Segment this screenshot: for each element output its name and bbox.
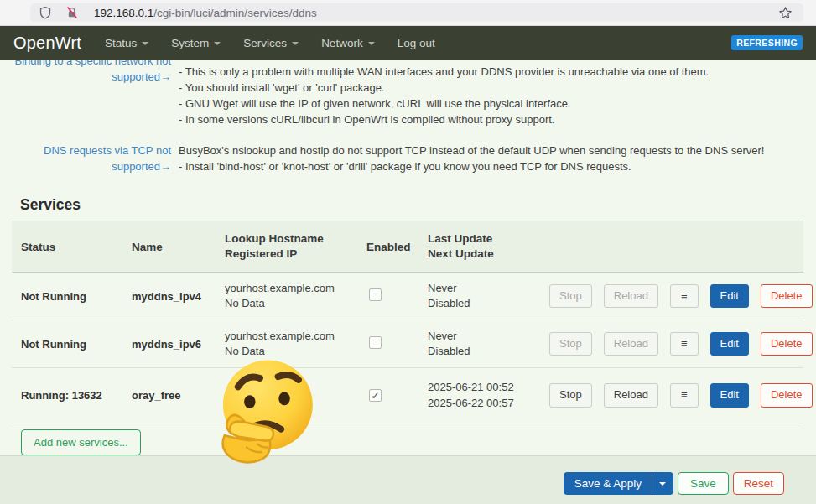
row-actions: Stop Reload ≡ Edit Delete: [549, 332, 813, 356]
more-button[interactable]: ≡: [670, 332, 699, 356]
more-button[interactable]: ≡: [670, 383, 699, 408]
bookmark-star-icon[interactable]: [778, 6, 792, 19]
delete-button[interactable]: Delete: [761, 332, 813, 356]
stop-button[interactable]: Stop: [549, 332, 592, 356]
col-updates: Last Update Next Update: [428, 231, 549, 262]
row-actions: Stop Reload ≡ Edit Delete: [549, 383, 813, 408]
reload-button[interactable]: Reload: [604, 332, 658, 356]
table-row: Not Running myddns_ipv6 yourhost.example…: [12, 320, 803, 368]
insecure-lock-icon[interactable]: [65, 6, 79, 19]
update-cell: Never Disabled: [428, 281, 549, 312]
enabled-checkbox[interactable]: [369, 288, 382, 301]
delete-button[interactable]: Delete: [761, 383, 813, 408]
delete-button[interactable]: Delete: [761, 284, 813, 309]
url-bar[interactable]: 192.168.0.1/cgi-bin/luci/admin/services/…: [30, 3, 803, 22]
hostname-cell: yourhost.example.com No Data: [225, 281, 366, 312]
name-cell: oray_free: [132, 389, 225, 402]
url-text: 192.168.0.1/cgi-bin/luci/admin/services/…: [94, 7, 778, 19]
name-cell: myddns_ipv6: [132, 338, 225, 351]
help-row-binding: Binding to a specific network not suppor…: [0, 53, 816, 127]
help-section: Binding to a specific network not suppor…: [0, 53, 816, 174]
reset-button[interactable]: Reset: [733, 472, 784, 495]
enabled-checkbox[interactable]: [369, 336, 382, 349]
chevron-down-icon: [142, 42, 148, 45]
help-row-dns-tcp: DNS requests via TCP not supported→ Busy…: [0, 143, 816, 174]
services-table: Status Name Lookup Hostname Registered I…: [12, 221, 803, 423]
refreshing-badge[interactable]: REFRESHING: [731, 35, 803, 50]
edit-button[interactable]: Edit: [710, 284, 749, 309]
status-cell: Not Running: [21, 338, 132, 351]
page-content: Binding to a specific network not suppor…: [0, 53, 816, 455]
stop-button[interactable]: Stop: [549, 284, 592, 309]
table-row: Running: 13632 oray_free 2025-06-21 00:5…: [12, 368, 803, 423]
shield-icon[interactable]: [39, 6, 52, 19]
edit-button[interactable]: Edit: [710, 383, 749, 408]
nav-item-logout[interactable]: Log out: [398, 37, 435, 49]
update-cell: 2025-06-21 00:52 2025-06-22 00:57: [428, 380, 549, 411]
add-new-services-button[interactable]: Add new services...: [21, 429, 141, 455]
footer-action-bar: Save & Apply Save Reset: [0, 455, 816, 504]
col-enabled: Enabled: [366, 241, 428, 253]
url-host: 192.168.0.1: [94, 7, 153, 19]
table-header: Status Name Lookup Hostname Registered I…: [12, 221, 803, 273]
reload-button[interactable]: Reload: [604, 284, 658, 309]
help-link-dns-tcp[interactable]: DNS requests via TCP not supported→: [0, 143, 171, 174]
save-button[interactable]: Save: [678, 472, 729, 495]
update-cell: Never Disabled: [428, 329, 549, 360]
table-row: Not Running myddns_ipv4 yourhost.example…: [12, 273, 803, 320]
save-apply-dropdown[interactable]: [652, 473, 673, 494]
chevron-down-icon: [368, 42, 375, 45]
col-status: Status: [21, 241, 132, 253]
navbar: OpenWrt Status System Services Network L…: [0, 26, 816, 60]
nav-item-network[interactable]: Network: [321, 37, 375, 49]
reload-button[interactable]: Reload: [604, 383, 658, 408]
chevron-down-icon: [659, 482, 666, 486]
page-title: Services: [20, 196, 816, 214]
browser-bar: 192.168.0.1/cgi-bin/luci/admin/services/…: [0, 0, 816, 26]
url-path: /cgi-bin/luci/admin/services/ddns: [153, 7, 316, 19]
help-text-binding: - This is only a problem with multiple W…: [179, 53, 816, 127]
status-cell: Not Running: [21, 290, 132, 303]
brand-openwrt[interactable]: OpenWrt: [13, 34, 81, 53]
chevron-down-icon: [292, 42, 299, 45]
col-lookup-registered: Lookup Hostname Registered IP: [225, 231, 366, 262]
col-name: Name: [132, 241, 225, 253]
name-cell: myddns_ipv4: [132, 290, 225, 303]
row-actions: Stop Reload ≡ Edit Delete: [549, 284, 813, 309]
status-cell: Running: 13632: [21, 389, 132, 402]
nav-item-system[interactable]: System: [171, 37, 221, 49]
help-text-dns-tcp: BusyBox's nslookup and hostip do not sup…: [179, 143, 816, 174]
nav-item-status[interactable]: Status: [105, 37, 148, 49]
stop-button[interactable]: Stop: [549, 383, 592, 408]
edit-button[interactable]: Edit: [710, 332, 749, 356]
hostname-cell: yourhost.example.com No Data: [225, 329, 366, 360]
help-link-binding[interactable]: Binding to a specific network not suppor…: [0, 53, 171, 127]
chevron-down-icon: [214, 42, 221, 45]
more-button[interactable]: ≡: [670, 284, 699, 309]
save-apply-button[interactable]: Save & Apply: [564, 472, 673, 495]
nav-item-services[interactable]: Services: [243, 37, 299, 49]
enabled-checkbox[interactable]: [369, 389, 382, 402]
